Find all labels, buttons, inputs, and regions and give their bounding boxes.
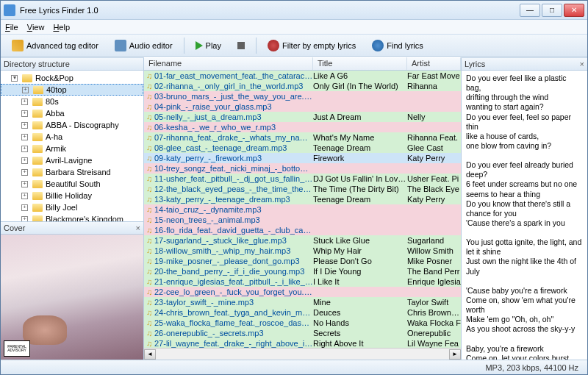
track-row[interactable]: ♫24-chris_brown_feat._tyga_and_kevin_mcc… <box>144 307 461 318</box>
track-row[interactable]: ♫09-katy_perry_-_firework.mp3FireworkKat… <box>144 153 461 163</box>
maximize-button[interactable]: □ <box>542 4 562 17</box>
track-row[interactable]: ♫05-nelly_-_just_a_dream.mp3Just A Dream… <box>144 112 461 122</box>
tree-item[interactable]: +80s <box>1 96 143 107</box>
music-note-icon: ♫ <box>144 71 154 80</box>
menu-help[interactable]: Help <box>53 23 70 32</box>
filter-button[interactable]: Filter by empty lyrics <box>261 37 362 54</box>
play-button[interactable]: Play <box>189 37 228 54</box>
tree-item[interactable]: +Barbara Streisand <box>1 166 143 178</box>
scroll-left-button[interactable]: ◄ <box>144 349 156 360</box>
col-artist[interactable]: Artist <box>407 57 461 70</box>
track-row[interactable]: ♫17-sugarland_-_stuck_like_glue.mp3Stuck… <box>144 235 461 246</box>
folder-icon <box>32 110 43 118</box>
cell-title: Just A Dream <box>313 113 407 121</box>
expand-icon[interactable]: + <box>21 146 28 152</box>
menu-file[interactable]: File <box>5 23 18 32</box>
cell-filename: 12-the_black_eyed_peas_-_the_time_the_di… <box>154 185 313 193</box>
titlebar[interactable]: Free Lyrics Finder 1.0 — □ ✕ <box>1 1 587 20</box>
music-note-icon: ♫ <box>144 185 154 193</box>
tree-item[interactable]: +Billy Joel <box>1 201 143 213</box>
track-row[interactable]: ♫16-flo_rida_feat._david_guetta_-_club_c… <box>144 225 461 235</box>
track-row[interactable]: ♫03-bruno_mars_-_just_the_way_you_are.mp… <box>144 91 461 101</box>
close-icon[interactable]: × <box>580 60 584 68</box>
cell-artist: Taylor Swift <box>407 298 461 307</box>
cell-filename: 07-rihanna_feat._drake_-_whats_my_name.m… <box>154 133 313 142</box>
track-row[interactable]: ♫10-trey_songz_feat._nicki_minaj_-_botto… <box>144 163 461 174</box>
tree-item[interactable]: +40top <box>1 84 143 96</box>
scroll-right-button[interactable]: ► <box>449 349 461 360</box>
expand-icon[interactable]: + <box>21 134 28 140</box>
tree-item[interactable]: +Armik <box>1 143 143 154</box>
find-lyrics-button[interactable]: Find lyrics <box>365 37 430 54</box>
expand-icon[interactable]: + <box>21 204 28 211</box>
cell-title: If I Die Young <box>313 267 407 276</box>
tree-item[interactable]: +Billie Holiday <box>1 190 143 201</box>
filter-icon <box>268 40 279 51</box>
tree-item[interactable]: +Beautiful South <box>1 178 143 190</box>
track-row[interactable]: ♫18-willow_smith_-_whip_my_hair.mp3Whip … <box>144 246 461 256</box>
audio-editor-button[interactable]: Audio editor <box>108 37 179 54</box>
track-row[interactable]: ♫12-the_black_eyed_peas_-_the_time_the_d… <box>144 184 461 194</box>
track-row[interactable]: ♫07-rihanna_feat._drake_-_whats_my_name.… <box>144 132 461 143</box>
expand-icon[interactable]: + <box>21 99 28 105</box>
folder-icon <box>32 121 43 129</box>
track-row[interactable]: ♫27-lil_wayne_feat._drake_-_right_above_… <box>144 338 461 348</box>
cell-artist: Enrique Iglesia <box>407 277 461 286</box>
track-row[interactable]: ♫26-onerepublic_-_secrets.mp3SecretsOner… <box>144 328 461 338</box>
tree-item[interactable]: +A-ha <box>1 131 143 143</box>
tree-root[interactable]: ▾Rock&Pop <box>1 72 143 84</box>
track-row[interactable]: ♫22-cee_lo_green_-_fuck_you_forget_you.m… <box>144 287 461 297</box>
tag-icon <box>12 40 24 51</box>
track-row[interactable]: ♫23-taylor_swift_-_mine.mp3MineTaylor Sw… <box>144 297 461 307</box>
expand-icon[interactable]: + <box>21 157 28 164</box>
track-row[interactable]: ♫14-taio_cruz_-_dynamite.mp3 <box>144 204 461 215</box>
lyrics-text[interactable]: Do you ever feel like a plastic bag, dri… <box>462 71 587 360</box>
cell-artist: Waka Flocka F <box>407 318 461 327</box>
col-title[interactable]: Title <box>313 57 407 70</box>
track-row[interactable]: ♫20-the_band_perry_-_if_i_die_young.mp3I… <box>144 266 461 276</box>
expand-icon[interactable]: + <box>21 169 28 176</box>
track-row[interactable]: ♫04-pink_-_raise_your_glass.mp3 <box>144 101 461 112</box>
expand-icon[interactable]: + <box>21 122 28 129</box>
music-note-icon: ♫ <box>144 288 154 296</box>
toolbar: Advanced tag editor Audio editor Play Fi… <box>1 35 587 57</box>
close-button[interactable]: ✕ <box>564 4 584 17</box>
expand-icon[interactable]: + <box>21 193 28 199</box>
track-row[interactable]: ♫19-mike_posner_-_please_dont_go.mp3Plea… <box>144 256 461 266</box>
track-row[interactable]: ♫06-kesha_-_we_r_who_we_r.mp3 <box>144 122 461 132</box>
directory-tree[interactable]: ▾Rock&Pop+40top+80s+Abba+ABBA - Discogra… <box>1 71 143 221</box>
expand-icon[interactable]: + <box>22 87 29 93</box>
cell-filename: 06-kesha_-_we_r_who_we_r.mp3 <box>154 123 313 132</box>
album-cover-image: PARENTAL ADVISORY <box>1 235 143 360</box>
tag-editor-button[interactable]: Advanced tag editor <box>5 37 105 54</box>
horizontal-scrollbar[interactable]: ◄ ► <box>144 348 461 360</box>
track-row[interactable]: ♫08-glee_cast_-_teenage_dream.mp3Teenage… <box>144 143 461 153</box>
cell-title: Secrets <box>313 329 407 338</box>
cell-title: Whip My Hair <box>313 246 407 255</box>
track-list[interactable]: ♫01-far_east_movement_feat._the_cataracs… <box>144 71 461 348</box>
expand-icon[interactable]: + <box>21 216 28 222</box>
stop-button[interactable] <box>231 37 251 54</box>
collapse-icon[interactable]: ▾ <box>11 75 18 82</box>
tree-item[interactable]: +ABBA - Discography <box>1 119 143 131</box>
col-filename[interactable]: Filename <box>144 57 313 70</box>
tree-item[interactable]: +Blackmore's Kingdom <box>1 213 143 221</box>
tree-item[interactable]: +Avril-Lavigne <box>1 154 143 166</box>
menu-view[interactable]: View <box>27 23 45 32</box>
expand-icon[interactable]: + <box>21 110 28 117</box>
track-row[interactable]: ♫02-rihanna_-_only_girl_in_the_world.mp3… <box>144 81 461 91</box>
music-note-icon: ♫ <box>144 123 154 132</box>
cover-art: PARENTAL ADVISORY <box>1 235 143 360</box>
track-row[interactable]: ♫13-katy_perry_-_teenage_dream.mp3Teenag… <box>144 194 461 204</box>
tree-item[interactable]: +Abba <box>1 107 143 119</box>
track-row[interactable]: ♫15-neon_trees_-_animal.mp3 <box>144 215 461 225</box>
minimize-button[interactable]: — <box>520 4 540 17</box>
track-row[interactable]: ♫25-waka_flocka_flame_feat._roscoe_dash_… <box>144 318 461 328</box>
cell-artist: The Band Perr <box>407 267 461 276</box>
cell-artist: Willow Smith <box>407 246 461 255</box>
track-row[interactable]: ♫21-enrique_iglesias_feat._pitbull_-_i_l… <box>144 276 461 287</box>
track-row[interactable]: ♫11-usher_feat._pitbull_-_dj_got_us_fall… <box>144 174 461 184</box>
track-row[interactable]: ♫01-far_east_movement_feat._the_cataracs… <box>144 71 461 81</box>
close-icon[interactable]: × <box>136 224 140 232</box>
expand-icon[interactable]: + <box>21 181 28 188</box>
